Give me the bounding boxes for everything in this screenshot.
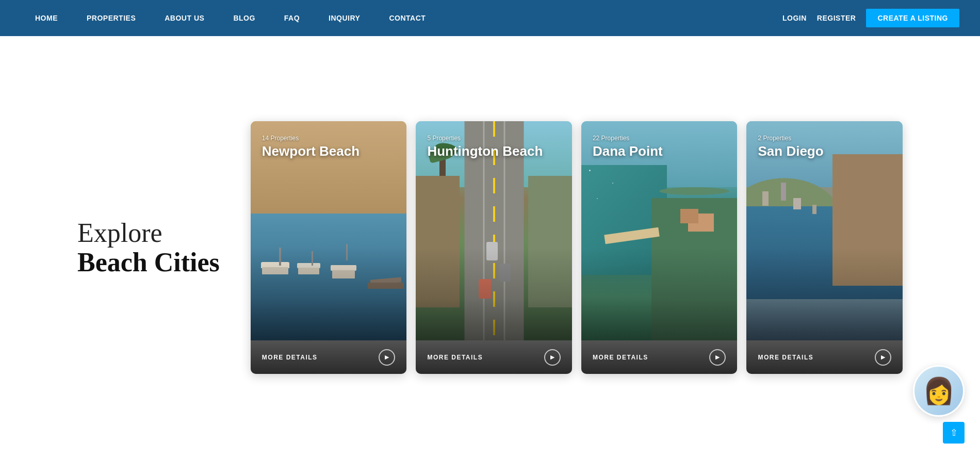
- cliff-edge: [659, 187, 729, 195]
- dana-card-bottom[interactable]: MORE DETAILS ▶: [581, 340, 738, 374]
- register-link[interactable]: REGISTER: [817, 14, 856, 22]
- newport-props-count: 14 Properties: [262, 135, 360, 142]
- create-listing-button[interactable]: CREATE A LISTING: [866, 9, 959, 27]
- card-top-info-newport: 14 Properties Newport Beach: [262, 135, 360, 159]
- card-top-info-sandiego: 2 Properties San Diego: [758, 135, 823, 159]
- explore-text-block: Explore Beach Cities: [77, 218, 220, 277]
- newport-play-icon[interactable]: ▶: [379, 349, 395, 366]
- sparkle3: [597, 198, 598, 199]
- card-top-info-dana: 22 Properties Dana Point: [593, 135, 663, 159]
- explore-title: Explore: [77, 218, 220, 248]
- city-card-newport[interactable]: 14 Properties Newport Beach MORE DETAILS…: [251, 121, 407, 374]
- agent-icon: 👩: [923, 376, 955, 406]
- card-top-info-huntington: 5 Properties Huntington Beach: [427, 135, 543, 159]
- chat-agent-avatar[interactable]: 👩: [913, 365, 965, 417]
- explore-subtitle: Beach Cities: [77, 248, 220, 277]
- huntington-props-count: 5 Properties: [427, 135, 543, 142]
- huntington-card-bottom[interactable]: MORE DETAILS ▶: [416, 340, 572, 374]
- newport-more-details[interactable]: MORE DETAILS: [262, 354, 318, 361]
- nav-auth-area: LOGIN REGISTER CREATE A LISTING: [782, 9, 959, 27]
- navbar: HOME PROPERTIES ABOUT US BLOG FAQ INQUIR…: [0, 0, 980, 36]
- city-cards-grid: 14 Properties Newport Beach MORE DETAILS…: [251, 121, 903, 374]
- content-wrapper: Explore Beach Cities: [77, 121, 903, 374]
- huntington-play-icon[interactable]: ▶: [544, 349, 561, 366]
- bldg2: [781, 183, 786, 201]
- resort2: [680, 209, 698, 223]
- main-section: Explore Beach Cities: [0, 36, 980, 459]
- city-card-sandiego[interactable]: 2 Properties San Diego MORE DETAILS ▶: [746, 121, 903, 374]
- dana-city-name: Dana Point: [593, 144, 663, 159]
- bldg4: [812, 205, 816, 214]
- nav-inquiry[interactable]: INQUIRY: [314, 0, 374, 36]
- nav-contact[interactable]: CONTACT: [374, 0, 440, 36]
- sandiego-card-bottom[interactable]: MORE DETAILS ▶: [746, 340, 903, 374]
- huntington-more-details[interactable]: MORE DETAILS: [427, 354, 483, 361]
- scroll-to-top-button[interactable]: ⇧: [943, 422, 965, 444]
- dana-more-details[interactable]: MORE DETAILS: [593, 354, 648, 361]
- dana-props-count: 22 Properties: [593, 135, 663, 142]
- chat-widget: 👩 ⇧: [913, 365, 965, 444]
- nav-faq[interactable]: FAQ: [270, 0, 314, 36]
- sandiego-more-details[interactable]: MORE DETAILS: [758, 354, 813, 361]
- huntington-city-name: Huntington Beach: [427, 144, 543, 159]
- nav-links: HOME PROPERTIES ABOUT US BLOG FAQ INQUIR…: [21, 0, 440, 36]
- bldg3: [793, 198, 801, 209]
- city-card-dana[interactable]: 22 Properties Dana Point MORE DETAILS ▶: [581, 121, 738, 374]
- sparkle1: [589, 170, 591, 171]
- sandiego-props-count: 2 Properties: [758, 135, 823, 142]
- login-link[interactable]: LOGIN: [782, 14, 807, 22]
- bldg1: [762, 191, 769, 206]
- nav-blog[interactable]: BLOG: [219, 0, 269, 36]
- city-card-huntington[interactable]: 5 Properties Huntington Beach MORE DETAI…: [416, 121, 572, 374]
- newport-card-bottom[interactable]: MORE DETAILS ▶: [251, 340, 407, 374]
- nav-properties[interactable]: PROPERTIES: [72, 0, 150, 36]
- newport-city-name: Newport Beach: [262, 144, 360, 159]
- nav-about[interactable]: ABOUT US: [150, 0, 219, 36]
- sandiego-city-name: San Diego: [758, 144, 823, 159]
- sandiego-play-icon[interactable]: ▶: [875, 349, 891, 366]
- nav-home[interactable]: HOME: [21, 0, 72, 36]
- dana-play-icon[interactable]: ▶: [709, 349, 726, 366]
